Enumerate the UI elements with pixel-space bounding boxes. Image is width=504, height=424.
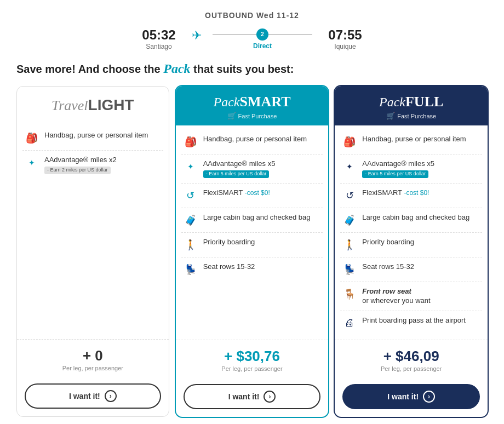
fast-purchase-icon: 🛒 xyxy=(227,112,236,120)
feature-text: AAdvantage® miles x5 - Earn 5 miles per … xyxy=(203,159,321,178)
smart-want-button[interactable]: I want it! › xyxy=(184,384,321,409)
boarding-icon: 🚶 xyxy=(342,238,357,252)
miles-icon: ✦ xyxy=(342,159,357,174)
miles-icon: ✦ xyxy=(184,159,198,174)
feature-text: AAdvantage® miles x2 - Earn 2 miles per … xyxy=(44,156,161,174)
list-item: 🧳 Large cabin bag and checked bag xyxy=(181,208,323,233)
seat-icon: 💺 xyxy=(342,262,357,277)
miles-icon: ✦ xyxy=(25,156,39,170)
print-icon: 🖨 xyxy=(342,316,357,330)
full-fast-purchase: 🛒 Fast Purchase xyxy=(342,112,480,120)
light-price: + 0 xyxy=(25,347,161,364)
feature-text: Handbag, purse or personal item xyxy=(362,135,466,144)
card-full-footer: + $46,09 Per leg, per passenger xyxy=(335,340,488,379)
feature-text: Large cabin bag and checked bag xyxy=(203,213,311,222)
feature-text: Handbag, purse or personal item xyxy=(203,135,307,144)
light-want-button[interactable]: I want it! › xyxy=(25,383,161,409)
flight-arrow-icon: ✈ xyxy=(192,28,202,43)
card-light-header: TravelLIGHT xyxy=(17,87,169,122)
flight-bar: 05:32 Santiago ✈ 2 Direct 07:55 Iquique xyxy=(11,27,493,50)
flexi-icon: ↺ xyxy=(184,188,198,203)
departure-block: 05:32 Santiago xyxy=(131,27,186,50)
direct-label: Direct xyxy=(253,42,272,50)
flight-line-container: 2 Direct xyxy=(213,28,312,50)
list-item: 🧳 Large cabin bag and checked bag xyxy=(340,208,482,233)
card-smart-features: 🎒 Handbag, purse or personal item ✦ AAdv… xyxy=(176,125,329,340)
list-item: ✦ AAdvantage® miles x5 - Earn 5 miles pe… xyxy=(181,154,323,184)
arrival-block: 07:55 Iquique xyxy=(318,27,373,50)
feature-text: FlexiSMART -cost $0! xyxy=(203,188,270,198)
list-item: 🎒 Handbag, purse or personal item xyxy=(22,126,163,151)
feature-text: Front row seat or wherever you want xyxy=(362,287,430,306)
list-item: ↺ FlexiSMART -cost $0! xyxy=(181,184,323,208)
departure-city: Santiago xyxy=(131,43,186,50)
card-full-header: PackFULL 🛒 Fast Purchase xyxy=(335,86,488,125)
feature-text: Priority boarding xyxy=(203,238,255,247)
card-full-features: 🎒 Handbag, purse or personal item ✦ AAdv… xyxy=(335,125,488,340)
list-item: 🚶 Priority boarding xyxy=(340,233,482,257)
card-light-features: 🎒 Handbag, purse or personal item ✦ AAdv… xyxy=(17,122,169,339)
full-arrow-icon: › xyxy=(423,391,435,403)
arrival-city: Iquique xyxy=(318,43,373,50)
feature-text: AAdvantage® miles x5 - Earn 5 miles per … xyxy=(362,159,480,178)
stops-dot: 2 xyxy=(256,28,268,41)
smart-arrow-icon: › xyxy=(264,391,276,403)
front-row-icon: 🪑 xyxy=(342,287,357,301)
list-item: ✦ AAdvantage® miles x5 - Earn 5 miles pe… xyxy=(340,154,482,184)
list-item: ✦ AAdvantage® miles x2 - Earn 2 miles pe… xyxy=(22,151,163,179)
card-light-title: TravelLIGHT xyxy=(25,96,161,114)
feature-text: Seat rows 15-32 xyxy=(203,262,255,272)
card-full: PackFULL 🛒 Fast Purchase 🎒 Handbag, purs… xyxy=(335,86,488,417)
full-want-button[interactable]: I want it! › xyxy=(342,384,480,409)
smart-price-sub: Per leg, per passenger xyxy=(184,365,321,372)
card-smart-header: PackSMART 🛒 Fast Purchase xyxy=(176,86,329,125)
save-headline: Save more! And choose the Pack that suit… xyxy=(11,61,493,76)
departure-time: 05:32 xyxy=(131,27,186,43)
list-item: 🎒 Handbag, purse or personal item xyxy=(340,130,482,154)
arrival-time: 07:55 xyxy=(318,27,373,43)
card-full-title: PackFULL xyxy=(342,94,480,110)
fast-purchase-icon: 🛒 xyxy=(386,112,395,120)
bag-icon: 🧳 xyxy=(342,213,357,227)
list-item: 🚶 Priority boarding xyxy=(181,233,323,257)
boarding-icon: 🚶 xyxy=(184,238,198,252)
list-item: 💺 Seat rows 15-32 xyxy=(340,257,482,282)
feature-text: FlexiSMART -cost $0! xyxy=(362,188,429,198)
feature-text: Large cabin bag and checked bag xyxy=(362,213,469,222)
card-smart-footer: + $30,76 Per leg, per passenger xyxy=(176,340,329,379)
card-light-footer: + 0 Per leg, per passenger xyxy=(17,339,169,378)
full-price: + $46,09 xyxy=(342,348,480,365)
smart-price: + $30,76 xyxy=(184,348,321,365)
flexi-icon: ↺ xyxy=(342,188,357,203)
light-arrow-icon: › xyxy=(105,390,117,402)
feature-text: Print boarding pass at the airport xyxy=(362,316,466,325)
list-item: ↺ FlexiSMART -cost $0! xyxy=(340,184,482,208)
smart-fast-purchase: 🛒 Fast Purchase xyxy=(184,112,321,120)
card-light: TravelLIGHT 🎒 Handbag, purse or personal… xyxy=(16,86,169,417)
list-item: 💺 Seat rows 15-32 xyxy=(181,257,323,282)
list-item: 🖨 Print boarding pass at the airport xyxy=(340,311,482,335)
feature-text: Seat rows 15-32 xyxy=(362,262,414,272)
card-smart-title: PackSMART xyxy=(184,94,321,110)
list-item: 🎒 Handbag, purse or personal item xyxy=(181,130,323,154)
full-price-sub: Per leg, per passenger xyxy=(342,365,480,372)
list-item: 🪑 Front row seat or wherever you want xyxy=(340,282,482,311)
bag-icon: 🧳 xyxy=(184,213,198,227)
handbag-icon: 🎒 xyxy=(342,135,357,149)
feature-text: Handbag, purse or personal item xyxy=(44,131,148,140)
seat-icon: 💺 xyxy=(184,262,198,277)
feature-text: Priority boarding xyxy=(362,238,414,247)
outbound-header: OUTBOUND Wed 11-12 xyxy=(11,11,493,20)
handbag-icon: 🎒 xyxy=(184,135,198,149)
light-price-sub: Per leg, per passenger xyxy=(25,365,161,371)
cards-container: TravelLIGHT 🎒 Handbag, purse or personal… xyxy=(11,86,493,417)
card-smart: PackSMART 🛒 Fast Purchase 🎒 Handbag, pur… xyxy=(176,86,329,417)
handbag-icon: 🎒 xyxy=(25,131,39,145)
